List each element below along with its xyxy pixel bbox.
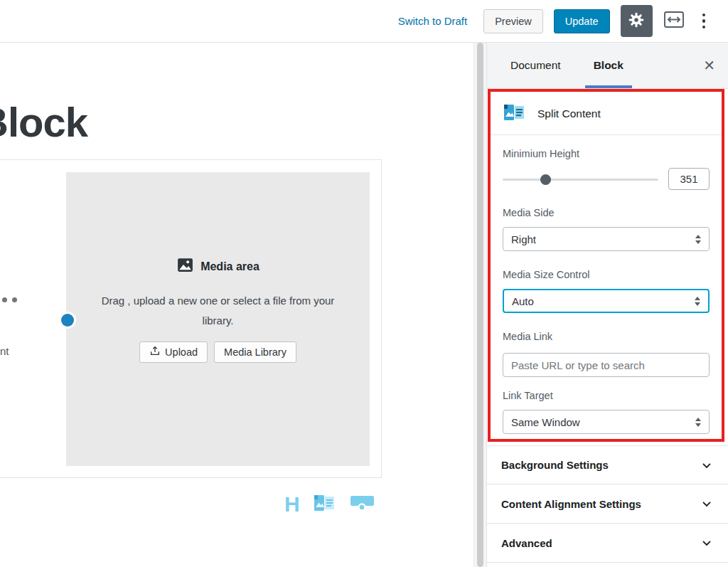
select-spinner-icon (695, 418, 701, 427)
more-options-kebab-menu[interactable] (695, 9, 713, 33)
close-sidebar-icon[interactable]: ✕ (703, 58, 715, 73)
clipped-sidebar-text: nt (0, 345, 9, 357)
button-block-icon[interactable] (349, 493, 375, 516)
minimum-height-label: Minimium Height (503, 148, 710, 159)
suggested-blocks-row: H (284, 493, 375, 516)
preview-button[interactable]: Preview (483, 9, 543, 33)
collapsed-panels: Background Settings Content Alignment Se… (487, 445, 728, 563)
block-resize-handle[interactable] (61, 314, 74, 327)
highlighted-block-inspector: Split Content Minimium Height 351 Media … (488, 89, 724, 442)
slider-thumb[interactable] (540, 174, 551, 185)
gear-icon (627, 11, 646, 32)
block-toolbar-ellipsis-icon[interactable] (2, 297, 17, 302)
post-title-heading[interactable]: Block (0, 98, 87, 146)
editor-top-bar: Switch to Draft Preview Update (0, 0, 728, 43)
tab-document[interactable]: Document (502, 43, 569, 88)
settings-gear-button[interactable] (621, 5, 653, 37)
media-instructions-text: Drag , upload a new one or select a file… (86, 291, 350, 331)
chevron-down-icon (700, 497, 714, 511)
editor-canvas: Block Media area Drag , upload a new one… (0, 43, 473, 567)
block-card: Split Content (491, 92, 722, 135)
media-link-label: Media Link (503, 331, 710, 342)
media-placeholder-area[interactable]: Media area Drag , upload a new one or se… (66, 172, 370, 466)
sidebar-tabs: Document Block ✕ (487, 43, 728, 89)
chevron-down-icon (700, 458, 714, 472)
panel-background-settings[interactable]: Background Settings (487, 445, 728, 484)
media-library-button[interactable]: Media Library (214, 341, 296, 363)
media-size-select[interactable]: Auto (503, 289, 710, 313)
media-side-select[interactable]: Right (503, 227, 710, 251)
panel-content-alignment-settings[interactable]: Content Alignment Settings (487, 484, 728, 524)
select-spinner-icon (695, 235, 701, 244)
media-size-control-label: Media Size Control (503, 269, 710, 280)
upload-button[interactable]: Upload (139, 341, 208, 363)
switch-to-draft-link[interactable]: Switch to Draft (398, 15, 468, 27)
minimum-height-value-input[interactable]: 351 (668, 168, 710, 190)
settings-sidebar: Document Block ✕ Split Content Minimium … (486, 43, 728, 567)
update-button[interactable]: Update (554, 9, 610, 33)
media-link-input[interactable] (503, 353, 710, 377)
image-icon (176, 256, 194, 277)
upload-icon (149, 345, 161, 359)
media-area-title: Media area (200, 260, 259, 273)
tab-block[interactable]: Block (585, 43, 632, 88)
editor-scrollbar-thumb[interactable] (477, 43, 483, 567)
link-target-select[interactable]: Same Window (503, 410, 710, 434)
split-content-block-icon[interactable] (314, 494, 336, 515)
plugin-sidebar-icon (663, 10, 685, 32)
block-controls: Minimium Height 351 Media Side Right Med… (491, 135, 722, 434)
minimum-height-slider[interactable] (503, 169, 658, 190)
select-spinner-icon (695, 297, 700, 306)
heading-block-icon[interactable]: H (284, 494, 300, 515)
block-card-title: Split Content (537, 107, 601, 120)
split-content-icon (503, 103, 525, 124)
panel-advanced[interactable]: Advanced (487, 524, 728, 563)
editor-scrollbar-track (473, 43, 486, 567)
media-side-label: Media Side (503, 207, 710, 218)
link-target-label: Link Target (503, 390, 710, 401)
chevron-down-icon (700, 536, 714, 550)
plugin-sidebar-button[interactable] (663, 10, 685, 32)
